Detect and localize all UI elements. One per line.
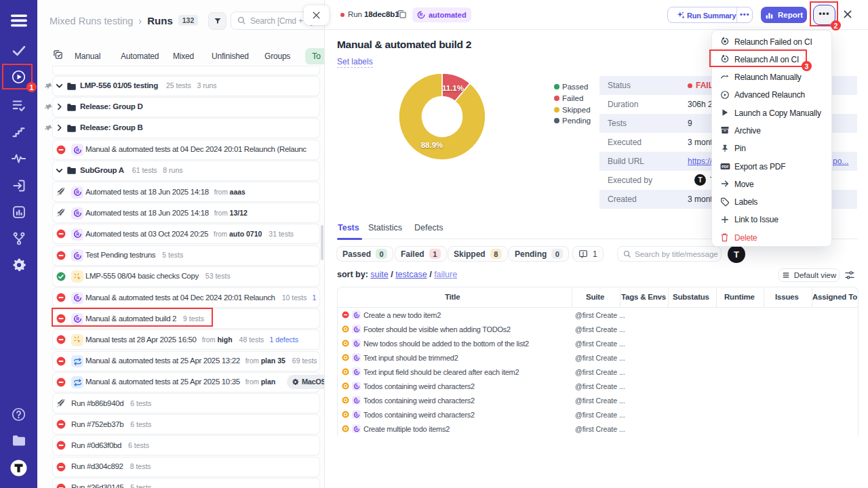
svg-text:88.9%: 88.9%	[421, 141, 443, 149]
svg-text:R: R	[355, 398, 358, 402]
svg-text:R: R	[76, 253, 79, 258]
svg-text:R: R	[76, 296, 79, 300]
svg-text:R: R	[76, 190, 79, 195]
svg-text:R: R	[355, 341, 358, 345]
svg-text:R: R	[420, 12, 423, 17]
svg-text:R: R	[76, 148, 79, 152]
svg-text:R: R	[355, 327, 358, 331]
svg-text:R: R	[355, 412, 358, 416]
svg-text:R: R	[355, 426, 358, 430]
svg-text:11.1%: 11.1%	[442, 84, 464, 92]
svg-text:R: R	[355, 369, 358, 373]
svg-text:R: R	[355, 355, 358, 359]
svg-text:R: R	[355, 312, 358, 317]
svg-text:R: R	[355, 384, 358, 388]
svg-text:R: R	[76, 211, 79, 216]
svg-text:R: R	[76, 232, 79, 237]
svg-text:PDF: PDF	[722, 165, 728, 169]
